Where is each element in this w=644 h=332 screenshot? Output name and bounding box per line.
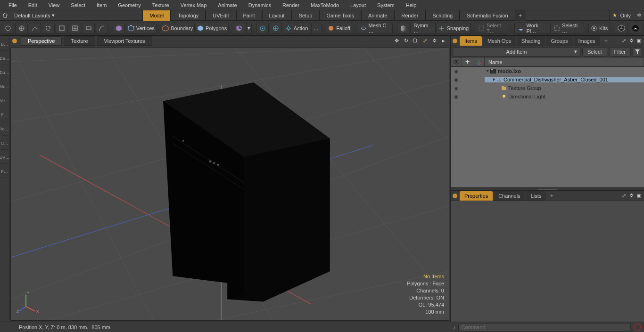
disclosure-icon[interactable] bbox=[486, 70, 489, 72]
lg-9[interactable]: F… bbox=[1, 165, 8, 178]
tab-meshops[interactable]: Mesh Ops bbox=[483, 36, 516, 46]
engine-cube-icon[interactable] bbox=[615, 23, 628, 34]
sel-boundary[interactable]: Boundary bbox=[161, 23, 195, 34]
menu-render[interactable]: Render bbox=[277, 2, 305, 8]
kits-button[interactable]: Kits bbox=[588, 23, 610, 34]
layouts-dropdown[interactable]: Default Layouts ▾ bbox=[10, 12, 58, 18]
tab-scripting[interactable]: Scripting bbox=[425, 10, 460, 21]
menu-edit[interactable]: Edit bbox=[23, 2, 43, 8]
tool-globe[interactable] bbox=[15, 23, 27, 34]
tool-circle[interactable] bbox=[2, 23, 14, 34]
tab-layout[interactable]: Layout bbox=[262, 10, 292, 21]
panel-gear-icon[interactable]: ✲ bbox=[628, 193, 635, 199]
menu-view[interactable]: View bbox=[43, 2, 66, 8]
tab-channels[interactable]: Channels bbox=[494, 191, 525, 201]
workplane-button[interactable]: Work Pl… bbox=[514, 23, 549, 34]
items-tabs-add[interactable]: ＋ bbox=[601, 37, 611, 44]
record-icon[interactable] bbox=[634, 324, 641, 331]
action-more[interactable]: ... bbox=[311, 23, 322, 34]
tab-model[interactable]: Model bbox=[142, 10, 171, 21]
menu-help[interactable]: Help bbox=[400, 2, 422, 8]
only-toggle[interactable]: ★ Only bbox=[609, 10, 634, 21]
lg-5[interactable]: E… bbox=[1, 108, 8, 121]
viewport-3d[interactable]: X Y Z No Items Polygons : Face Channels:… bbox=[10, 47, 449, 321]
lg-3[interactable]: Me… bbox=[1, 80, 8, 93]
tab-animate[interactable]: Animate bbox=[361, 10, 394, 21]
tab-render[interactable]: Render bbox=[394, 10, 425, 21]
item-row-texturegroup[interactable]: ◉ Texture Group bbox=[451, 84, 644, 92]
tool-grid[interactable] bbox=[69, 23, 81, 34]
lg-6[interactable]: Pol… bbox=[1, 122, 8, 136]
symm-button[interactable]: Symm … bbox=[410, 23, 436, 34]
eye-icon[interactable]: ◉ bbox=[451, 94, 462, 100]
viewport-tab-perspective[interactable]: Perspective bbox=[21, 36, 62, 46]
menu-dynamics[interactable]: Dynamics bbox=[243, 2, 277, 8]
lg-7[interactable]: C… bbox=[1, 137, 8, 150]
vp-more-icon[interactable]: ▸ bbox=[440, 37, 447, 45]
sel-cube-dd[interactable]: ▾ bbox=[246, 23, 252, 34]
viewport-tab-texture[interactable]: Texture bbox=[64, 36, 95, 46]
tab-paint[interactable]: Paint bbox=[236, 10, 262, 21]
tab-setup[interactable]: Setup bbox=[292, 10, 320, 21]
menu-texture[interactable]: Texture bbox=[147, 2, 175, 8]
vp-fit-icon[interactable]: ⤢ bbox=[421, 37, 429, 45]
tab-properties[interactable]: Properties bbox=[460, 191, 493, 201]
disclosure-icon[interactable] bbox=[493, 78, 495, 81]
select-through-button[interactable]: Select T… bbox=[475, 23, 510, 34]
col-plus-icon[interactable]: ✚ bbox=[462, 57, 473, 66]
symm-icon[interactable] bbox=[397, 23, 409, 34]
col-axis-icon[interactable] bbox=[473, 57, 485, 66]
tool-lasso[interactable] bbox=[42, 23, 54, 34]
falloff-button[interactable]: Falloff bbox=[326, 23, 352, 34]
tool-bbox[interactable] bbox=[56, 23, 68, 34]
col-name-header[interactable]: Name bbox=[485, 57, 644, 66]
selection-set-button[interactable]: Selecti … bbox=[550, 23, 584, 34]
vp-options-icon[interactable]: ✲ bbox=[430, 37, 438, 45]
panel-close-icon[interactable]: ▣ bbox=[636, 38, 642, 44]
home-icon[interactable] bbox=[0, 12, 10, 19]
action-center-b[interactable] bbox=[270, 23, 282, 34]
items-filter-button[interactable]: Filter bbox=[609, 47, 631, 57]
tab-topology[interactable]: Topology bbox=[171, 10, 206, 21]
action-button[interactable]: Action bbox=[283, 23, 310, 34]
add-item-dropdown[interactable]: Add Item ▾ bbox=[453, 47, 580, 57]
add-layout-tab[interactable]: ＋ bbox=[515, 10, 526, 21]
menu-layout[interactable]: Layout bbox=[345, 2, 372, 8]
sel-cube[interactable] bbox=[233, 23, 245, 34]
menu-vertexmap[interactable]: Vertex Map bbox=[175, 2, 213, 8]
col-eye-icon[interactable] bbox=[451, 57, 462, 66]
lg-8[interactable]: UV… bbox=[1, 151, 8, 164]
tool-arc[interactable] bbox=[96, 23, 108, 34]
menu-animate[interactable]: Animate bbox=[212, 2, 242, 8]
axis-widget[interactable]: X Y Z bbox=[17, 290, 40, 315]
tab-images[interactable]: Images bbox=[574, 36, 600, 46]
menu-file[interactable]: File bbox=[3, 2, 23, 8]
sel-solid[interactable] bbox=[113, 23, 125, 34]
eye-icon[interactable]: ◉ bbox=[451, 85, 462, 91]
sel-polygons[interactable]: Polygons bbox=[196, 23, 229, 34]
menu-select[interactable]: Select bbox=[65, 2, 91, 8]
item-row-light[interactable]: ◉ Directional Light bbox=[451, 92, 644, 101]
menu-maxtomodo[interactable]: MaxToModo bbox=[305, 2, 345, 8]
lg-0[interactable]: B… bbox=[1, 38, 8, 51]
items-select-button[interactable]: Select bbox=[582, 47, 607, 57]
lg-1[interactable]: De… bbox=[1, 52, 8, 65]
viewport-tabs-menu-icon[interactable] bbox=[12, 39, 17, 43]
panel-close-icon[interactable]: ▣ bbox=[636, 193, 642, 199]
vp-move-icon[interactable]: ✥ bbox=[393, 37, 400, 45]
lg-2[interactable]: Du… bbox=[1, 66, 8, 79]
tab-shading[interactable]: Shading bbox=[517, 36, 545, 46]
prop-panel-menu-icon[interactable] bbox=[453, 194, 457, 198]
mesh-constraint-button[interactable]: Mesh C … bbox=[357, 23, 393, 34]
eye-icon[interactable]: ◉ bbox=[451, 77, 462, 83]
snapping-button[interactable]: Snapping bbox=[437, 23, 470, 34]
lg-4[interactable]: Ve… bbox=[1, 94, 8, 107]
tab-gametools[interactable]: Game Tools bbox=[319, 10, 361, 21]
tab-lists[interactable]: Lists bbox=[526, 191, 546, 201]
eye-icon[interactable]: ◉ bbox=[451, 68, 462, 74]
vp-zoom-icon[interactable] bbox=[412, 37, 419, 45]
command-input[interactable] bbox=[458, 323, 631, 332]
tab-schematic[interactable]: Schematic Fusion bbox=[460, 10, 515, 21]
vp-rotate-icon[interactable]: ↻ bbox=[402, 37, 410, 45]
item-row-scene[interactable]: ◉ modo.lxo bbox=[451, 67, 644, 75]
